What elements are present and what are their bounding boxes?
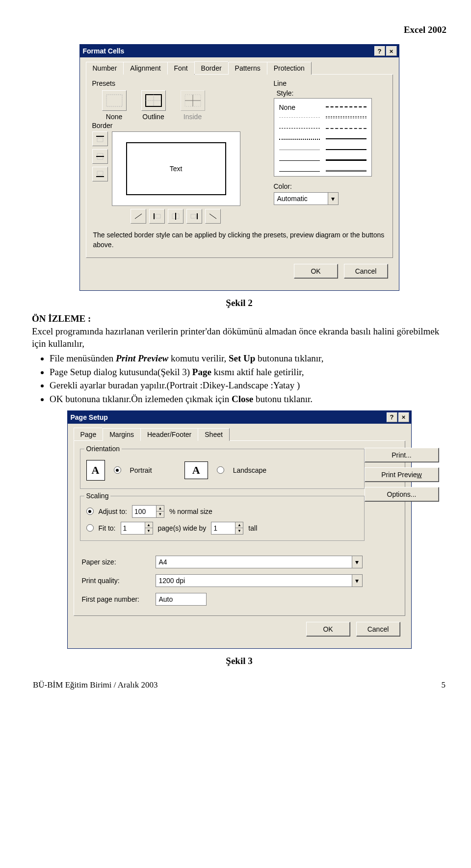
- tab-margins[interactable]: Margins: [103, 428, 141, 441]
- list-item: Page Setup dialog kutusunda(Şekil 3) Pag…: [50, 366, 446, 379]
- adjust-suffix: % normal size: [169, 508, 212, 515]
- preview-text: Text: [170, 165, 183, 173]
- tab-font[interactable]: Font: [167, 62, 195, 75]
- format-cells-tabs: Number Alignment Font Border Patterns Pr…: [86, 61, 393, 75]
- fit-width-input[interactable]: [121, 524, 145, 532]
- options-button[interactable]: Options...: [365, 487, 439, 502]
- fit-height-input[interactable]: [211, 524, 235, 532]
- t: Page Setup dialog kutusunda(Şekil 3): [50, 367, 192, 377]
- spin-down-icon[interactable]: ▼: [236, 528, 243, 534]
- adjust-to-radio[interactable]: [86, 508, 94, 515]
- style-option[interactable]: [279, 160, 320, 165]
- style-option[interactable]: [326, 106, 366, 111]
- chevron-down-icon[interactable]: ▾: [352, 556, 362, 568]
- help-icon[interactable]: ?: [387, 412, 397, 422]
- fit-to-radio[interactable]: [86, 524, 94, 532]
- style-option[interactable]: [326, 116, 366, 118]
- t: butonuna tıklanır,: [255, 353, 323, 363]
- style-option[interactable]: [326, 149, 366, 154]
- svg-rect-11: [97, 171, 103, 175]
- spin-up-icon[interactable]: ▲: [145, 522, 153, 529]
- t: komutu verilir,: [168, 353, 229, 363]
- svg-line-20: [209, 214, 216, 219]
- adjust-to-spinner[interactable]: ▲▼: [132, 505, 164, 518]
- print-quality-value: 1200 dpi: [156, 577, 352, 585]
- style-option[interactable]: [279, 139, 320, 144]
- list-item: OK butonuna tıklanır.Ön izlemeden çıkmak…: [50, 393, 446, 406]
- tab-header-footer[interactable]: Header/Footer: [140, 428, 198, 441]
- print-button[interactable]: Print...: [365, 448, 439, 462]
- tab-sheet[interactable]: Sheet: [198, 428, 230, 441]
- close-icon[interactable]: ×: [386, 46, 397, 56]
- chevron-down-icon[interactable]: ▾: [328, 193, 338, 204]
- ok-button[interactable]: OK: [294, 264, 338, 279]
- border-diag-down-button[interactable]: [205, 209, 221, 224]
- paper-size-value: A4: [156, 558, 352, 566]
- border-middle-v-button[interactable]: [168, 209, 183, 224]
- first-page-input[interactable]: [156, 593, 207, 606]
- paper-size-dropdown[interactable]: A4 ▾: [156, 556, 363, 568]
- presets-label: Presets: [92, 79, 274, 87]
- list-item: File menüsünden Print Preview komutu ver…: [50, 352, 446, 365]
- tab-number[interactable]: Number: [86, 62, 124, 75]
- style-option[interactable]: [279, 171, 320, 176]
- border-bottom-button[interactable]: [92, 167, 108, 181]
- tab-patterns[interactable]: Patterns: [228, 62, 267, 75]
- style-option[interactable]: [279, 117, 320, 122]
- spin-up-icon[interactable]: ▲: [157, 506, 164, 512]
- tab-alignment[interactable]: Alignment: [123, 62, 167, 75]
- portrait-radio[interactable]: [114, 466, 121, 474]
- ok-button[interactable]: OK: [306, 622, 350, 637]
- spin-down-icon[interactable]: ▼: [145, 528, 153, 534]
- color-dropdown[interactable]: Automatic ▾: [274, 192, 339, 205]
- print-preview-button[interactable]: Print Preview: [365, 467, 439, 482]
- border-left-button[interactable]: [149, 209, 165, 224]
- svg-rect-15: [156, 214, 160, 218]
- preset-none-button[interactable]: [102, 90, 127, 111]
- border-preview[interactable]: Text: [112, 131, 240, 206]
- fit-width-spinner[interactable]: ▲▼: [121, 522, 153, 535]
- tab-protection[interactable]: Protection: [267, 62, 312, 75]
- border-section-label: Border: [92, 122, 274, 129]
- orientation-group-label: Orientation: [84, 445, 122, 453]
- t: Close: [232, 394, 253, 404]
- cancel-button[interactable]: Cancel: [356, 622, 400, 637]
- style-option[interactable]: [326, 138, 366, 144]
- close-icon[interactable]: ×: [398, 412, 409, 422]
- t: Set Up: [229, 353, 255, 363]
- t: File menüsünden: [50, 353, 116, 363]
- color-label: Color:: [274, 182, 387, 190]
- tab-border[interactable]: Border: [194, 61, 229, 74]
- doc-header: Excel 2002: [32, 25, 446, 35]
- style-option[interactable]: [279, 150, 320, 154]
- portrait-icon: [86, 460, 105, 481]
- border-right-button[interactable]: [186, 209, 202, 224]
- style-option[interactable]: [279, 128, 320, 133]
- portrait-label: Portrait: [130, 466, 152, 474]
- spin-down-icon[interactable]: ▼: [157, 511, 164, 517]
- help-icon[interactable]: ?: [374, 46, 385, 56]
- cancel-button[interactable]: Cancel: [344, 264, 388, 279]
- preset-inside-button[interactable]: [181, 90, 205, 111]
- style-option[interactable]: [326, 128, 366, 133]
- border-top-button[interactable]: [92, 131, 108, 146]
- footer-left: BÜ-BİM Eğitim Birimi / Aralık 2003: [33, 680, 158, 690]
- border-middle-h-button[interactable]: [92, 149, 108, 164]
- section-title: ÖN İZLEME :: [32, 312, 446, 325]
- fit-mid-label: page(s) wide by: [158, 524, 207, 532]
- landscape-radio[interactable]: [217, 466, 224, 474]
- print-quality-dropdown[interactable]: 1200 dpi ▾: [156, 574, 363, 587]
- page-setup-tabs: Page Margins Header/Footer Sheet: [74, 428, 405, 441]
- style-none-option[interactable]: None: [279, 103, 320, 111]
- chevron-down-icon[interactable]: ▾: [352, 575, 362, 587]
- landscape-label: Landscape: [233, 466, 267, 474]
- style-option[interactable]: [326, 159, 366, 165]
- adjust-to-input[interactable]: [132, 508, 156, 515]
- tab-page[interactable]: Page: [74, 428, 104, 440]
- spin-up-icon[interactable]: ▲: [236, 522, 243, 529]
- line-style-list[interactable]: None: [274, 98, 372, 177]
- style-option[interactable]: [326, 170, 366, 176]
- preset-outline-button[interactable]: [141, 90, 166, 111]
- border-diag-up-button[interactable]: [131, 209, 146, 224]
- fit-height-spinner[interactable]: ▲▼: [211, 522, 243, 535]
